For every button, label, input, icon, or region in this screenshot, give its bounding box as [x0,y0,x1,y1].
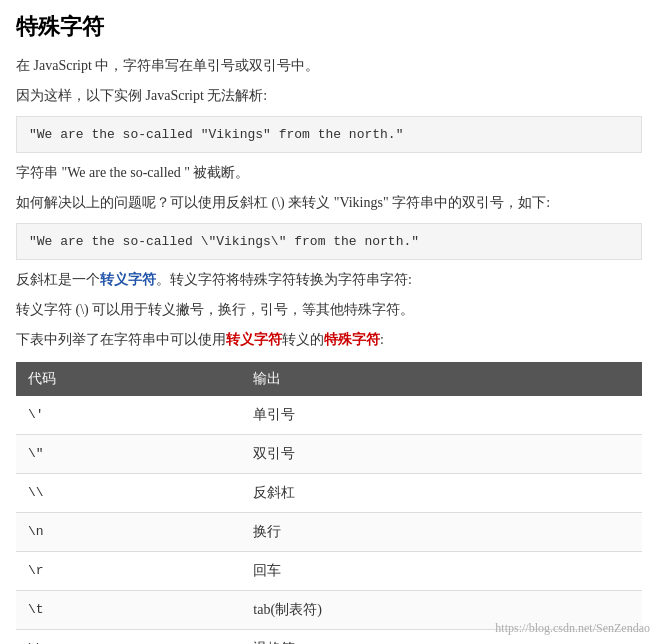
code-text-1: "We are the so-called "Vikings" from the… [29,127,403,142]
intro-line6: 转义字符 (\) 可以用于转义撇号，换行，引号，等其他特殊字符。 [16,298,642,322]
table-row: \r回车 [16,551,642,590]
intro-line7: 下表中列举了在字符串中可以使用转义字符转义的特殊字符: [16,328,642,352]
table-cell-output: 单引号 [241,396,642,435]
table-cell-code: \n [16,512,241,551]
col-header-code: 代码 [16,362,241,396]
table-cell-code: \b [16,629,241,644]
table-cell-output: 换行 [241,512,642,551]
table-row: \"双引号 [16,434,642,473]
table-cell-code: \" [16,434,241,473]
code-text-2: "We are the so-called \"Vikings\" from t… [29,234,419,249]
table-row: \\反斜杠 [16,473,642,512]
table-cell-code: \r [16,551,241,590]
table-cell-code: \\ [16,473,241,512]
table-cell-output: 双引号 [241,434,642,473]
code-block-1: "We are the so-called "Vikings" from the… [16,116,642,154]
table-cell-code: \t [16,590,241,629]
table-cell-output: 回车 [241,551,642,590]
table-cell-output: 反斜杠 [241,473,642,512]
col-header-output: 输出 [241,362,642,396]
table-row: \n换行 [16,512,642,551]
escape-char-label: 转义字符 [100,272,156,287]
page-container: 特殊字符 在 JavaScript 中，字符串写在单引号或双引号中。 因为这样，… [0,0,658,644]
code-block-2: "We are the so-called \"Vikings\" from t… [16,223,642,261]
intro-line3: 字符串 "We are the so-called " 被截断。 [16,161,642,185]
page-title: 特殊字符 [16,12,642,42]
table-row: \'单引号 [16,396,642,435]
table-cell-code: \' [16,396,241,435]
intro-line5: 反斜杠是一个转义字符。转义字符将特殊字符转换为字符串字符: [16,268,642,292]
table-header-row: 代码 输出 [16,362,642,396]
special-char-ref: 特殊字符 [324,332,380,347]
intro-line2: 因为这样，以下实例 JavaScript 无法解析: [16,84,642,108]
special-chars-table: 代码 输出 \'单引号\"双引号\\反斜杠\n换行\r回车\ttab(制表符)\… [16,362,642,644]
intro-line1: 在 JavaScript 中，字符串写在单引号或双引号中。 [16,54,642,78]
watermark: https://blog.csdn.net/SenZendao [495,621,650,636]
escape-char-ref: 转义字符 [226,332,282,347]
intro-line4: 如何解决以上的问题呢？可以使用反斜杠 (\) 来转义 "Vikings" 字符串… [16,191,642,215]
